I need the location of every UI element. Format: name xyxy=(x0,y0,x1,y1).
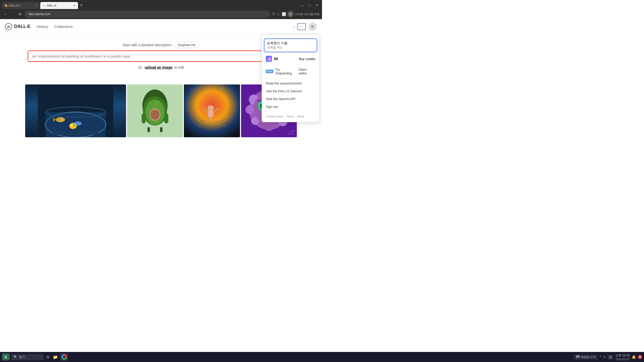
minimize-icon[interactable]: ⌄ xyxy=(299,3,306,8)
new-badge: NEW xyxy=(266,70,273,73)
address-input[interactable]: labs.openai.com xyxy=(24,11,270,18)
menu-button[interactable]: ··· xyxy=(297,23,306,30)
dropdown-email: 이메일 주소 xyxy=(267,46,314,50)
upload-suffix: to edit xyxy=(174,65,184,69)
svg-point-31 xyxy=(186,102,187,102)
tab-favicon-1: 🎨 xyxy=(5,4,8,7)
gallery-item-aquarium[interactable] xyxy=(25,84,126,137)
shield-icon: 🛡 xyxy=(272,12,275,16)
about-link[interactable]: About xyxy=(297,115,304,118)
credits-row: ✦ 50 Buy credits xyxy=(262,54,319,63)
profile-label: 시크릿 모드(창 3개) xyxy=(295,12,319,16)
tab-title-2: DALL·E xyxy=(47,4,72,7)
address-bar: ← → ↻ labs.openai.com 🛡 ☆ ⬜ K 시크릿 모드(창 3… xyxy=(0,9,322,19)
dropdown-menu: 등록했던 이름 이메일 주소 ✦ 50 Buy credits NEW Try … xyxy=(262,34,319,122)
prompt-label: Start with a detailed description xyxy=(123,43,172,47)
upload-section: Or, upload an image to edit xyxy=(138,65,184,69)
tab-close-2[interactable]: ✕ xyxy=(73,4,75,7)
tab-close-1[interactable]: ✕ xyxy=(35,4,37,7)
watermark: 주복의동여지도 xyxy=(287,130,295,135)
reload-button[interactable]: ↻ xyxy=(18,11,23,17)
svg-text:AI: AI xyxy=(7,25,10,29)
open-editor-link[interactable]: Open editor xyxy=(299,68,315,75)
svg-rect-24 xyxy=(147,127,150,132)
svg-point-27 xyxy=(191,89,192,90)
logo[interactable]: AI DALL·E xyxy=(5,23,30,30)
prompt-section: Start with a detailed description Surpri… xyxy=(123,42,199,48)
logo-text: DALL·E xyxy=(14,24,30,29)
collections-nav-link[interactable]: Collections xyxy=(54,24,73,29)
dropdown-footer: Content policy Terms About xyxy=(262,113,319,120)
tab-favicon-2: — xyxy=(43,4,46,7)
surprise-me-button[interactable]: Surprise me xyxy=(174,42,199,48)
maximize-icon[interactable]: □ xyxy=(307,3,312,8)
svg-point-15 xyxy=(71,124,72,126)
dropdown-divider-1 xyxy=(262,64,319,65)
read-announcement-item[interactable]: Read the announcement xyxy=(262,79,319,87)
user-avatar[interactable]: K xyxy=(308,22,317,31)
join-discord-item[interactable]: Join the DALL·E Discord xyxy=(262,87,319,95)
dropdown-name: 등록했던 이름 xyxy=(267,41,314,46)
history-nav-link[interactable]: History xyxy=(36,24,48,29)
svg-point-7 xyxy=(56,117,65,122)
credits-count: 50 xyxy=(274,57,278,61)
svg-point-44 xyxy=(246,105,255,114)
upload-image-link[interactable]: upload an image xyxy=(145,65,172,69)
aquarium-svg xyxy=(25,84,126,137)
down-arrow-icon: ↓ xyxy=(293,24,295,29)
svg-point-14 xyxy=(69,123,77,129)
add-tab-button[interactable]: + xyxy=(78,3,85,8)
svg-rect-22 xyxy=(142,113,146,123)
window-controls: ⌄ □ ✕ xyxy=(299,3,322,8)
upload-text: Or, xyxy=(138,65,143,69)
outpainting-row: NEW Try Outpainting Open editor xyxy=(262,66,319,77)
cosmic-svg xyxy=(184,84,240,137)
dropdown-user-info: 등록했던 이름 이메일 주소 xyxy=(264,38,317,52)
openai-logo-icon: AI xyxy=(5,23,12,30)
svg-point-16 xyxy=(73,124,75,126)
gallery: 주복의동여지도 xyxy=(25,84,297,137)
prompt-input[interactable] xyxy=(28,51,270,61)
app-header: AI DALL·E History Collections ↓ ··· K xyxy=(0,19,322,34)
nav-links: History Collections xyxy=(36,24,73,29)
svg-rect-25 xyxy=(160,127,163,132)
terms-link[interactable]: Terms xyxy=(287,115,294,118)
sign-out-item[interactable]: Sign out xyxy=(262,103,319,111)
svg-point-28 xyxy=(207,93,207,94)
dropdown-divider-3 xyxy=(262,112,319,112)
svg-point-10 xyxy=(62,119,63,120)
svg-rect-23 xyxy=(164,113,168,123)
tab-dalle-active[interactable]: — DALL·E ✕ xyxy=(40,2,78,9)
gallery-item-chair[interactable] xyxy=(127,84,183,137)
visit-api-item[interactable]: Visit the OpenAI API xyxy=(262,95,319,103)
try-outpainting-link[interactable]: Try Outpainting xyxy=(275,68,297,75)
tab-bar: 🎨 DALL·E 2 ✕ — DALL·E ✕ + ⌄ □ ✕ xyxy=(0,0,322,9)
back-button[interactable]: ← xyxy=(3,11,9,17)
gallery-item-cosmic[interactable] xyxy=(184,84,240,137)
content-policy-link[interactable]: Content policy xyxy=(266,115,284,118)
address-text: labs.openai.com xyxy=(28,12,50,16)
profile-button[interactable]: K xyxy=(288,11,294,17)
svg-point-30 xyxy=(234,94,235,95)
browser-chrome: 🎨 DALL·E 2 ✕ — DALL·E ✕ + ⌄ □ ✕ ← → ↻ la… xyxy=(0,0,322,19)
bookmark-icon[interactable]: ☆ xyxy=(277,12,280,16)
tab-title-1: DALL·E 2 xyxy=(9,4,34,7)
search-row: Genera xyxy=(28,51,294,62)
close-window-icon[interactable]: ✕ xyxy=(313,3,320,8)
forward-button[interactable]: → xyxy=(10,11,16,17)
header-right: ↓ ··· K xyxy=(293,22,317,31)
chair-svg xyxy=(139,88,171,133)
svg-point-21 xyxy=(150,110,159,120)
credits-icon: ✦ xyxy=(266,56,272,62)
svg-point-29 xyxy=(222,88,222,89)
svg-rect-13 xyxy=(53,131,98,135)
dropdown-divider-2 xyxy=(262,78,319,78)
extensions-icon[interactable]: ⬜ xyxy=(282,12,286,16)
tab-dalle2[interactable]: 🎨 DALL·E 2 ✕ xyxy=(2,2,40,9)
buy-credits-link[interactable]: Buy credits xyxy=(299,57,315,61)
